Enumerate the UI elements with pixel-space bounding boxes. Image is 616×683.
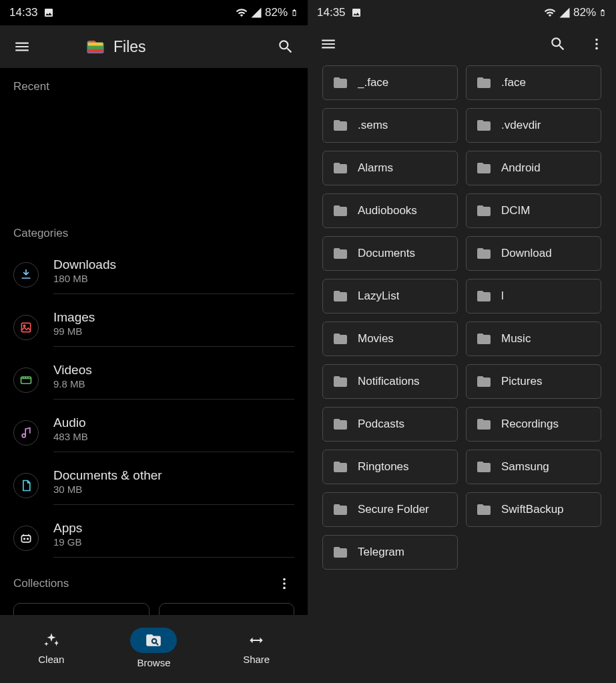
folder-item[interactable]: DCIM (466, 193, 601, 228)
wifi-icon (236, 7, 248, 19)
category-name: Downloads (53, 257, 294, 272)
category-size: 180 MB (53, 273, 294, 284)
folder-item[interactable]: Download (466, 236, 601, 271)
folder-icon (332, 502, 348, 518)
svg-rect-6 (21, 323, 30, 331)
folder-icon (476, 117, 492, 133)
folder-item[interactable]: Ringtones (322, 450, 458, 484)
app-title-label: Files (113, 38, 146, 56)
folder-name: .face (501, 76, 526, 89)
audio-icon (13, 420, 39, 446)
folder-name: LazyList (358, 289, 399, 303)
category-documents[interactable]: Documents & other30 MB (0, 459, 308, 512)
menu-icon (13, 38, 31, 55)
folder-icon (332, 203, 348, 219)
folder-item[interactable]: Notifications (322, 364, 458, 399)
category-name: Videos (53, 363, 294, 378)
folder-item[interactable]: Recordings (466, 407, 601, 442)
menu-icon (320, 35, 337, 53)
folder-item[interactable]: Telegram (322, 535, 458, 570)
recent-title: Recent (0, 68, 308, 101)
folder-item[interactable]: Music (466, 321, 601, 356)
svg-point-13 (27, 538, 29, 540)
nav-clean[interactable]: Clean (11, 631, 91, 665)
more-icon (277, 576, 292, 591)
folder-name: Recordings (501, 418, 559, 431)
gallery-icon (43, 7, 54, 18)
folder-item[interactable]: .sems (322, 108, 458, 143)
folder-item[interactable]: LazyList (322, 279, 458, 313)
folder-name: Podcasts (358, 418, 404, 431)
folder-item[interactable]: Documents (322, 236, 458, 271)
files-logo-icon (85, 37, 105, 57)
category-size: 19 GB (53, 536, 294, 548)
svg-point-12 (24, 538, 25, 540)
collections-more-button[interactable] (274, 574, 294, 594)
apps-icon (13, 526, 39, 551)
folder-name: _.face (358, 76, 388, 89)
category-audio[interactable]: Audio483 MB (0, 406, 308, 459)
categories-list: Downloads180 MB Images99 MB Videos9.8 MB… (0, 248, 308, 564)
category-size: 30 MB (53, 484, 294, 495)
battery-icon (290, 7, 298, 19)
folder-item[interactable]: .vdevdir (466, 108, 601, 143)
nav-share-label: Share (243, 654, 270, 665)
collections-title: Collections (13, 577, 69, 590)
folder-name: Notifications (358, 375, 420, 388)
folder-icon (332, 117, 348, 133)
collection-tile[interactable] (13, 603, 149, 615)
nav-clean-label: Clean (38, 654, 64, 665)
menu-button[interactable] (11, 35, 33, 58)
folder-item[interactable]: Secure Folder (322, 492, 458, 527)
folder-item[interactable]: SwiftBackup (466, 492, 601, 527)
signal-icon (559, 7, 571, 19)
folder-item[interactable]: Podcasts (322, 407, 458, 442)
image-icon (13, 315, 39, 340)
folder-item[interactable]: Android (466, 151, 601, 185)
category-size: 9.8 MB (53, 378, 294, 390)
category-videos[interactable]: Videos9.8 MB (0, 354, 308, 406)
folder-icon (476, 416, 492, 432)
search-button[interactable] (547, 33, 569, 55)
folder-item[interactable]: l (466, 279, 601, 313)
svg-rect-11 (21, 535, 30, 542)
document-icon (13, 473, 39, 498)
folder-icon (476, 75, 492, 91)
category-name: Images (53, 310, 294, 325)
folder-item[interactable]: Movies (322, 321, 458, 356)
folder-item[interactable]: Audiobooks (322, 193, 458, 228)
category-downloads[interactable]: Downloads180 MB (0, 248, 308, 301)
category-images[interactable]: Images99 MB (0, 301, 308, 354)
search-button[interactable] (274, 35, 297, 58)
collection-tile[interactable] (159, 603, 295, 615)
folder-item[interactable]: Samsung (466, 450, 601, 484)
folder-icon (332, 75, 348, 91)
video-icon (13, 368, 39, 393)
wifi-icon (544, 7, 556, 19)
category-apps[interactable]: Apps19 GB (0, 512, 308, 564)
folder-icon (476, 288, 492, 304)
folder-icon (476, 502, 492, 518)
more-button[interactable] (587, 34, 607, 54)
folder-name: Android (501, 161, 541, 175)
browse-icon (145, 632, 162, 649)
folder-name: Movies (358, 332, 394, 346)
collections-header: Collections (0, 564, 308, 599)
folder-item[interactable]: _.face (322, 65, 458, 100)
files-app-screen: 14:33 82% (0, 0, 308, 683)
svg-point-15 (283, 582, 286, 585)
folder-item[interactable]: Pictures (466, 364, 601, 399)
svg-rect-4 (88, 46, 103, 49)
folder-name: Download (501, 247, 552, 260)
app-bar (308, 25, 616, 63)
nav-share[interactable]: Share (216, 631, 296, 665)
nav-browse[interactable]: Browse (113, 628, 194, 668)
folder-name: .sems (358, 119, 388, 132)
bottom-nav: Clean Browse Share (0, 615, 308, 683)
svg-point-21 (595, 47, 598, 50)
menu-button[interactable] (317, 33, 340, 55)
folder-item[interactable]: Alarms (322, 151, 458, 185)
folder-item[interactable]: .face (466, 65, 601, 100)
collections-tiles (0, 599, 308, 615)
folder-icon (332, 245, 348, 261)
